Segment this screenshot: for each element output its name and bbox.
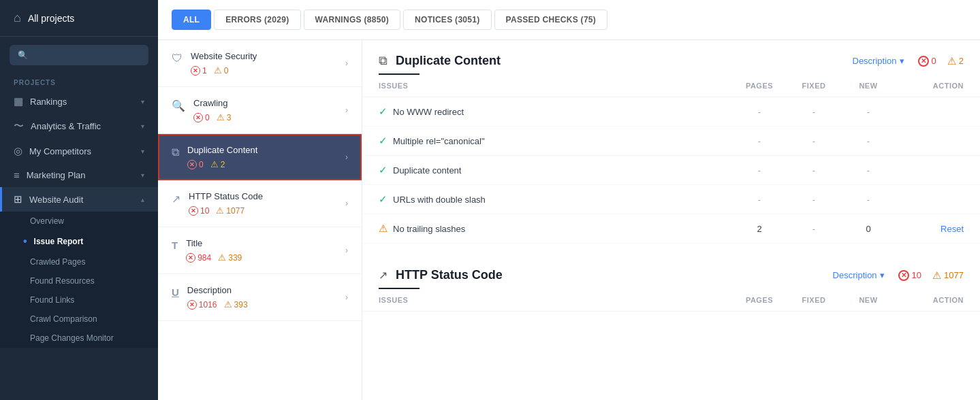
found-resources-label: Found Resources: [30, 276, 95, 286]
sidebar-item-page-changes-monitor[interactable]: Page Changes Monitor: [0, 329, 158, 348]
chevron-right-icon: ›: [345, 59, 348, 68]
sidebar-item-crawl-comparison[interactable]: Crawl Comparison: [0, 310, 158, 329]
sidebar-item-label: Analytics & Traffic: [31, 121, 101, 131]
category-name: Title: [186, 238, 242, 248]
chevron-right-icon: ›: [345, 199, 348, 208]
chevron-down-icon: ▾: [141, 171, 144, 179]
http-status-code-table-header: ISSUES PAGES FIXED NEW ACTION: [362, 289, 980, 312]
sidebar-item-competitors[interactable]: ◎ My Competitors ▾: [0, 139, 158, 163]
description-icon: U: [172, 286, 179, 298]
duplicate-content-table-header: ISSUES PAGES FIXED NEW ACTION: [362, 75, 980, 97]
table-row: ⚠ No trailing slashes 2 - 0 Reset: [362, 214, 980, 244]
col-issues: ISSUES: [379, 296, 732, 304]
issue-name: Multiple rel="canonical": [393, 136, 485, 146]
category-duplicate-content[interactable]: ⧉ Duplicate Content ✕ 0 ⚠ 2: [158, 134, 362, 180]
sidebar-item-found-resources[interactable]: Found Resources: [0, 271, 158, 290]
website-audit-subnav: Overview Issue Report Crawled Pages Foun…: [0, 212, 158, 348]
tab-all[interactable]: ALL: [172, 10, 211, 30]
tab-passed[interactable]: PASSED CHECKS (75): [494, 10, 608, 30]
col-fixed: FIXED: [787, 82, 841, 90]
home-icon: ⌂: [14, 11, 21, 25]
pages-cell: 2: [732, 224, 787, 234]
warning-count: ⚠ 3: [217, 112, 232, 122]
category-name: Duplicate Content: [187, 145, 257, 155]
chevron-down-icon: ▾: [880, 270, 885, 280]
warning-count: ⚠ 393: [224, 299, 248, 310]
projects-section-label: PROJECTS: [0, 73, 158, 89]
warn-icon: ⚠: [379, 222, 388, 235]
search-input[interactable]: [33, 50, 140, 60]
col-action: ACTION: [896, 296, 964, 304]
description-button[interactable]: Description ▾: [853, 56, 904, 66]
http-description-button[interactable]: Description ▾: [833, 270, 885, 280]
sidebar-item-label: Website Audit: [29, 195, 83, 205]
error-count: ✕ 10: [189, 206, 209, 216]
action-cell: Reset: [896, 224, 964, 234]
found-links-label: Found Links: [30, 295, 74, 305]
crawling-icon: 🔍: [172, 99, 185, 112]
category-description[interactable]: U Description ✕ 1016 ⚠ 393: [158, 274, 362, 321]
category-title[interactable]: T Title ✕ 984 ⚠ 339: [158, 227, 362, 274]
col-new: NEW: [841, 82, 896, 90]
pass-icon: ✓: [379, 135, 388, 147]
error-circle-icon: ✕: [918, 56, 929, 67]
sidebar-item-rankings[interactable]: ▦ Rankings ▾: [0, 89, 158, 114]
sidebar-item-found-links[interactable]: Found Links: [0, 290, 158, 310]
col-action: ACTION: [896, 82, 964, 90]
category-name: Crawling: [193, 98, 231, 108]
chevron-right-icon: ›: [345, 105, 348, 115]
error-circle-icon: ✕: [189, 206, 198, 216]
issue-name: No WWW redirect: [393, 107, 464, 117]
table-row: ✓ Multiple rel="canonical" - - -: [362, 127, 980, 156]
competitors-icon: ◎: [14, 145, 22, 157]
section-warning-stat: ⚠ 1077: [932, 269, 964, 282]
http-status-section-icon: ↗: [379, 269, 388, 282]
chevron-right-icon: ›: [345, 293, 348, 302]
content-area: 🛡 Website Security ✕ 1 ⚠ 0: [158, 40, 980, 400]
new-cell: -: [841, 165, 896, 176]
issue-name: URLs with double slash: [393, 195, 486, 205]
tab-errors[interactable]: ERRORS (2029): [214, 10, 300, 30]
error-count: ✕ 0: [187, 160, 204, 169]
category-website-security[interactable]: 🛡 Website Security ✕ 1 ⚠ 0: [158, 40, 362, 87]
table-row: ✓ Duplicate content - - -: [362, 156, 980, 185]
section-warning-stat: ⚠ 2: [947, 55, 964, 67]
warn-triangle-icon: ⚠: [216, 205, 224, 216]
project-search[interactable]: 🔍: [10, 45, 148, 65]
col-new: NEW: [841, 296, 896, 304]
duplicate-content-section-icon: ⧉: [379, 54, 388, 68]
warn-triangle-icon: ⚠: [218, 252, 226, 263]
warn-triangle-icon: ⚠: [217, 112, 225, 122]
error-circle-icon: ✕: [193, 113, 203, 122]
all-projects-link[interactable]: ⌂ All projects: [0, 0, 158, 37]
tab-warnings[interactable]: WARNINGS (8850): [304, 10, 401, 30]
sidebar: ⌂ All projects 🔍 PROJECTS ▦ Rankings ▾ 〜…: [0, 0, 158, 400]
search-icon: 🔍: [18, 50, 28, 60]
tab-notices[interactable]: NOTICES (3051): [403, 10, 492, 30]
warning-count: ⚠ 1077: [216, 205, 244, 216]
error-count: ✕ 1: [191, 66, 207, 76]
http-status-icon: ↗: [172, 193, 180, 205]
reset-button[interactable]: Reset: [941, 224, 964, 234]
sidebar-item-overview[interactable]: Overview: [0, 212, 158, 231]
error-count: ✕ 984: [186, 253, 211, 263]
detail-panel: ⧉ Duplicate Content Description ▾ ✕ 0: [362, 40, 980, 400]
new-cell: -: [841, 107, 896, 117]
sidebar-item-issue-report[interactable]: Issue Report: [0, 231, 158, 252]
warning-count: ⚠ 2: [210, 159, 225, 169]
chevron-up-icon: ▴: [141, 196, 144, 203]
pages-cell: -: [732, 107, 787, 117]
category-crawling[interactable]: 🔍 Crawling ✕ 0 ⚠ 3: [158, 87, 362, 134]
sidebar-item-crawled-pages[interactable]: Crawled Pages: [0, 252, 158, 271]
sidebar-item-website-audit[interactable]: ⊞ Website Audit ▴: [0, 187, 158, 212]
chevron-down-icon: ▾: [900, 56, 904, 66]
new-cell: -: [841, 136, 896, 146]
sidebar-item-analytics[interactable]: 〜 Analytics & Traffic ▾: [0, 114, 158, 139]
issue-name: Duplicate content: [393, 165, 461, 176]
error-circle-icon: ✕: [187, 300, 197, 310]
section-error-stat: ✕ 10: [898, 270, 921, 281]
category-http-status-code[interactable]: ↗ HTTP Status Code ✕ 10 ⚠ 1077: [158, 180, 362, 227]
sidebar-item-marketing[interactable]: ≡ Marketing Plan ▾: [0, 163, 158, 187]
page-changes-monitor-label: Page Changes Monitor: [30, 333, 114, 343]
sidebar-item-label: My Competitors: [29, 146, 91, 156]
